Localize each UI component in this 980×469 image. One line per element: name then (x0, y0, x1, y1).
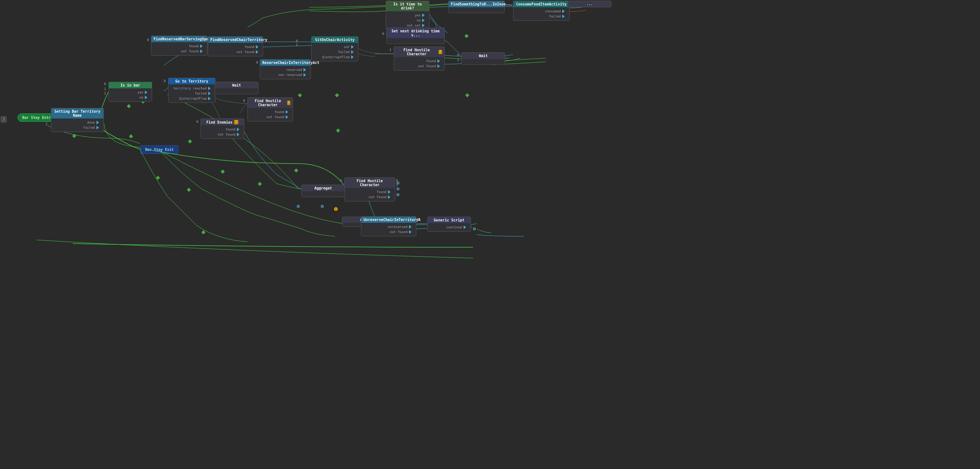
node-header: Find Hostile Character ! (394, 47, 444, 57)
consume-food-node: ConsumeFoodItemActivity consumed failed (513, 1, 570, 21)
port-not-found: not found (154, 49, 205, 54)
node-header: Is in bar (109, 82, 152, 88)
node-header: Generic Script (428, 217, 471, 223)
flow-connector (335, 93, 339, 97)
wait-top-node: Wait (461, 52, 505, 65)
reserve-chair-node: ReserveChairInTerritoryAct reserved not … (260, 59, 311, 79)
node-header: Setting Bar Territory Name (51, 108, 103, 119)
port-number: 1 (390, 48, 391, 52)
node-graph-canvas[interactable]: Bar Stay Entry 0 1 2 Setting Bar Territo… (0, 0, 980, 469)
port-failed: failed (171, 91, 213, 96)
port-number: 0 (256, 61, 258, 64)
is-time-to-drink-node: Is it time to drink? yes no not set (386, 1, 430, 30)
node-header: FindReservedBarServingSpot (151, 36, 207, 42)
node-header: Go to Territory (169, 78, 215, 84)
port-number: 0 (340, 179, 342, 182)
unreserve-chair-node: UnreserveChairInTerritoryA unreserved no… (361, 216, 416, 236)
flow-connector (258, 182, 262, 186)
flow-connector (201, 230, 205, 234)
port-number: 0 (296, 39, 298, 43)
port-found: found (396, 59, 442, 63)
port-found: found (203, 127, 242, 132)
port-number: 0 (104, 82, 106, 86)
port-not-set: not set (388, 23, 427, 28)
find-hostile-top-node: Find Hostile Character ! found not found (394, 46, 445, 71)
node-header: FindSomethingToD...InInve... (449, 1, 504, 7)
flow-connector (221, 170, 224, 173)
flow-connector (129, 134, 133, 138)
port-number: 0 (382, 32, 384, 36)
port-not-found: not found (203, 132, 242, 137)
bar-stay-entry-label: Bar Stay Entry (22, 116, 53, 120)
port-not-found: not found (347, 195, 393, 200)
port-no: no (111, 95, 150, 100)
node-header: ReserveChairInTerritoryAct (260, 60, 310, 66)
port-failed: failed (314, 49, 356, 54)
port-number: 2 (46, 122, 47, 126)
node-header: UnreserveChairInTerritoryA (361, 217, 416, 223)
find-drink-node: FindSomethingToD...InInve... (448, 1, 505, 13)
port-interrupt: $interruptFlow (314, 54, 356, 60)
flow-connector (336, 128, 340, 132)
port-indicator (397, 193, 399, 196)
port-number: 1 (104, 87, 106, 91)
port-not-found: not found (396, 63, 442, 69)
port-done: done (54, 120, 101, 125)
node-header: Find Enemies ! (201, 119, 244, 125)
aggregator1-node: Aggregat (301, 185, 345, 197)
find-hostile-mid-node: Find Hostile Character ! found not found (247, 97, 293, 122)
node-header: Aggregat (302, 185, 345, 191)
port-number: 1 (296, 43, 298, 46)
port-indicator (297, 205, 299, 208)
node-header: SitOnChairActivity (312, 37, 358, 43)
port-territory-reached: territory reached (171, 86, 213, 91)
set-next-drinking-node: Set next drinking time s... (387, 28, 445, 44)
connections-layer (0, 0, 980, 469)
node-header: Wait (462, 53, 505, 59)
wait-node-mid: Wait (215, 82, 258, 94)
find-reserved-chair-node: FindReservedChairTerritory found not fou… (208, 36, 263, 56)
aggregator2-indicator (334, 207, 338, 211)
flow-connector (298, 93, 302, 97)
flow-connector (127, 104, 130, 108)
port-found: found (154, 44, 205, 49)
graph-marker: 3 (1, 116, 6, 122)
flow-connector (187, 188, 191, 192)
port-continue: continue (430, 225, 468, 230)
node-header: Is it time to drink? (386, 1, 429, 11)
node-header: Wait (215, 82, 258, 88)
flow-connector (294, 168, 298, 172)
port-number: K (197, 120, 198, 124)
flow-connector (156, 176, 160, 180)
sit-on-chair-node: SitOnChairActivity sat failed $interrupt… (311, 36, 358, 62)
go-to-territory-node: Go to Territory territory reached failed… (168, 78, 215, 103)
port-yes: yes (388, 13, 427, 18)
port-number: 0 (457, 54, 459, 57)
port-yes: yes (111, 90, 150, 95)
port-sat: sat (314, 44, 356, 49)
flow-connector (465, 93, 469, 97)
port-failed: failed (54, 125, 101, 130)
port-no: no (388, 18, 427, 23)
port-indicator (321, 205, 323, 208)
port-not-found: not found (364, 230, 414, 234)
node-header: FindReservedChairTerritory (208, 37, 263, 43)
port-interrupt: $interruptFlow (171, 96, 213, 101)
port-number: 1 (457, 58, 459, 62)
port-found: found (250, 109, 290, 114)
port-failed: failed (515, 14, 567, 19)
port-consumed: consumed (515, 9, 567, 14)
port-not-reserved: not reserved (262, 72, 308, 78)
port-found: found (347, 189, 393, 195)
flow-connector (188, 139, 192, 143)
node-header: ConsumeFoodItemActivity (514, 1, 569, 7)
port-reserved: reserved (262, 67, 308, 72)
is-in-bar-node: Is in bar yes no (108, 82, 152, 102)
port-not-found: not found (210, 49, 261, 54)
right-side-node-1: ... (568, 1, 611, 7)
port-unreserved: unreserved (364, 224, 414, 230)
port-indicator (397, 182, 399, 184)
find-enemies-node: Find Enemies ! found not found (200, 119, 244, 139)
flow-connector (465, 34, 468, 38)
port-indicator (397, 188, 399, 190)
